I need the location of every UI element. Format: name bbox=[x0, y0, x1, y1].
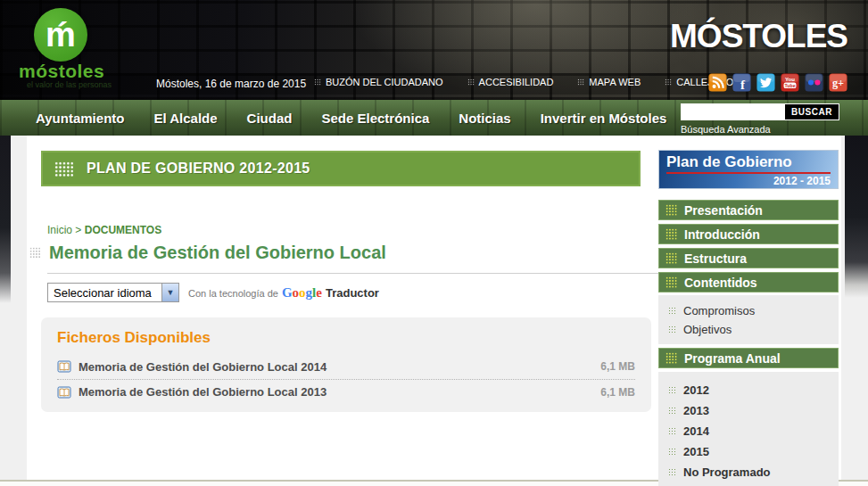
grid-icon bbox=[668, 448, 676, 456]
sidebar-subitem-2015[interactable]: 2015 bbox=[658, 441, 839, 462]
book-icon bbox=[57, 359, 71, 374]
grid-icon bbox=[314, 78, 321, 86]
breadcrumb-current: DOCUMENTOS bbox=[85, 224, 161, 236]
file-row-2013[interactable]: Memoria de Gestión del Gobierno Local 20… bbox=[57, 379, 635, 404]
sidebar-subitem-2012[interactable]: 2012 bbox=[658, 380, 839, 400]
svg-text:Tube: Tube bbox=[784, 83, 795, 88]
site-title: MÓSTOLES bbox=[670, 18, 847, 55]
current-date: Móstoles, 16 de marzo de 2015 bbox=[156, 78, 306, 90]
sidebar-item-introduccion[interactable]: Introducción bbox=[658, 224, 839, 244]
header-photo: ḿ móstoles el valor de las personas Móst… bbox=[0, 0, 868, 100]
files-panel: Ficheros Disponibles Memoria de Gestión … bbox=[41, 317, 651, 412]
nav-item-ciudad[interactable]: Ciudad bbox=[247, 111, 293, 126]
sidebar-item-estructura[interactable]: Estructura bbox=[658, 248, 839, 268]
grid-icon bbox=[668, 386, 676, 394]
nav-item-invertir-en-mostoles[interactable]: Invertir en Móstoles bbox=[541, 111, 667, 126]
file-label[interactable]: Memoria de Gestión del Gobierno Local 20… bbox=[79, 360, 327, 374]
powered-by-text: Con la tecnología de bbox=[188, 288, 278, 299]
facebook-icon[interactable]: f bbox=[732, 73, 751, 92]
language-select-value: Seleccionar idioma bbox=[48, 284, 161, 301]
plan-banner-years: 2012 - 2015 bbox=[666, 175, 831, 187]
title-divider bbox=[47, 273, 676, 274]
file-size: 6,1 MB bbox=[600, 386, 635, 399]
nav-item-ayuntamiento[interactable]: Ayuntamiento bbox=[36, 111, 124, 126]
photo-edge-left bbox=[0, 136, 11, 303]
flickr-icon[interactable] bbox=[805, 73, 823, 92]
sidebar-submenu-contenidos: Compromisos Objetivos bbox=[658, 295, 839, 344]
search-area: BUSCAR Búsqueda Avanzada bbox=[681, 103, 839, 135]
search-input[interactable] bbox=[682, 104, 785, 119]
search-button[interactable]: BUSCAR bbox=[785, 104, 839, 119]
link-buzon-del-ciudadano[interactable]: BUZÓN DEL CIUDADANO bbox=[314, 77, 443, 87]
logo-initial: ḿ bbox=[45, 18, 76, 52]
grid-icon bbox=[665, 204, 677, 216]
grid-icon bbox=[665, 228, 677, 240]
plan-banner-title: Plan de Gobierno bbox=[666, 153, 831, 174]
translate-caption: Con la tecnología de Google Traductor bbox=[188, 285, 379, 301]
main-navigation: Ayuntamiento El Alcalde Ciudad Sede Elec… bbox=[0, 100, 868, 136]
translate-widget: Seleccionar idioma ▼ Con la tecnología d… bbox=[47, 283, 379, 302]
breadcrumb: Inicio > DOCUMENTOS bbox=[47, 224, 161, 236]
section-banner-title: PLAN DE GOBIERNO 2012-2015 bbox=[87, 161, 310, 177]
twitter-icon[interactable] bbox=[756, 73, 775, 92]
sidebar-plan-banner[interactable]: Plan de Gobierno 2012 - 2015 bbox=[658, 150, 839, 189]
sidebar-subitem-compromisos[interactable]: Compromisos bbox=[658, 301, 839, 320]
sidebar-subitem-2013[interactable]: 2013 bbox=[658, 400, 839, 421]
link-accesibilidad[interactable]: ACCESIBILIDAD bbox=[467, 77, 554, 87]
sidebar-item-programa-anual[interactable]: Programa Anual bbox=[658, 348, 839, 368]
translator-label: Traductor bbox=[326, 286, 379, 300]
sidebar-subitem-no-programado[interactable]: No Programado bbox=[658, 462, 839, 482]
file-size: 6,1 MB bbox=[600, 360, 635, 373]
language-select[interactable]: Seleccionar idioma ▼ bbox=[47, 283, 179, 302]
chevron-down-icon[interactable]: ▼ bbox=[161, 284, 178, 301]
sidebar-subitem-2014[interactable]: 2014 bbox=[658, 421, 839, 441]
section-banner: PLAN DE GOBIERNO 2012-2015 bbox=[41, 151, 641, 186]
logo-wordmark: móstoles bbox=[19, 61, 104, 82]
grid-icon bbox=[668, 407, 676, 415]
nav-item-el-alcalde[interactable]: El Alcalde bbox=[153, 111, 217, 126]
grid-icon bbox=[467, 78, 475, 86]
grid-icon bbox=[668, 325, 676, 334]
mostoles-logo[interactable]: ḿ bbox=[34, 8, 87, 62]
rss-icon[interactable] bbox=[708, 73, 727, 92]
file-label[interactable]: Memoria de Gestión del Gobierno Local 20… bbox=[79, 385, 327, 399]
google-logo: Google bbox=[282, 285, 322, 301]
advanced-search-link[interactable]: Búsqueda Avanzada bbox=[681, 124, 839, 135]
breadcrumb-separator: > bbox=[75, 224, 81, 236]
grid-icon bbox=[665, 252, 677, 264]
grid-icon bbox=[665, 276, 677, 288]
grid-icon bbox=[665, 352, 677, 364]
grid-icon bbox=[668, 427, 676, 435]
google-plus-icon[interactable]: g+ bbox=[829, 73, 847, 92]
file-row-2014[interactable]: Memoria de Gestión del Gobierno Local 20… bbox=[57, 354, 635, 379]
book-icon bbox=[57, 385, 71, 400]
grid-icon bbox=[668, 307, 676, 315]
logo-tagline: el valor de las personas bbox=[27, 80, 112, 89]
breadcrumb-home[interactable]: Inicio bbox=[47, 224, 72, 236]
page-container: PLAN DE GOBIERNO 2012-2015 Inicio > DOCU… bbox=[27, 136, 841, 480]
youtube-icon[interactable]: You Tube bbox=[781, 73, 799, 92]
sidebar-item-contenidos[interactable]: Contentidos bbox=[658, 272, 839, 292]
grid-icon bbox=[54, 161, 74, 177]
grid-icon bbox=[577, 78, 584, 86]
files-heading: Ficheros Disponibles bbox=[57, 329, 635, 347]
sidebar-subitem-objetivos[interactable]: Objetivos bbox=[658, 320, 839, 339]
nav-item-sede-electronica[interactable]: Sede Electrónica bbox=[321, 111, 429, 126]
photo-edge-right bbox=[845, 136, 868, 298]
sidebar-submenu-programa-anual: 2012 2013 2014 2015 No Programado bbox=[658, 372, 839, 486]
grid-icon bbox=[29, 247, 41, 259]
svg-text:g+: g+ bbox=[832, 77, 844, 89]
sidebar-item-presentacion[interactable]: Presentación bbox=[658, 200, 839, 220]
sidebar: Plan de Gobierno 2012 - 2015 Presentació… bbox=[658, 150, 839, 486]
page-title: Memoria de Gestión del Gobierno Local bbox=[49, 243, 386, 263]
social-icons: f You Tube g+ bbox=[708, 73, 847, 92]
page-title-row: Memoria de Gestión del Gobierno Local bbox=[29, 243, 386, 263]
nav-item-noticias[interactable]: Noticias bbox=[459, 111, 510, 126]
grid-icon bbox=[665, 78, 672, 86]
link-mapa-web[interactable]: MAPA WEB bbox=[577, 77, 641, 87]
quick-links: BUZÓN DEL CIUDADANO ACCESIBILIDAD MAPA W… bbox=[314, 77, 733, 87]
grid-icon bbox=[668, 468, 676, 476]
svg-text:You: You bbox=[785, 76, 795, 82]
